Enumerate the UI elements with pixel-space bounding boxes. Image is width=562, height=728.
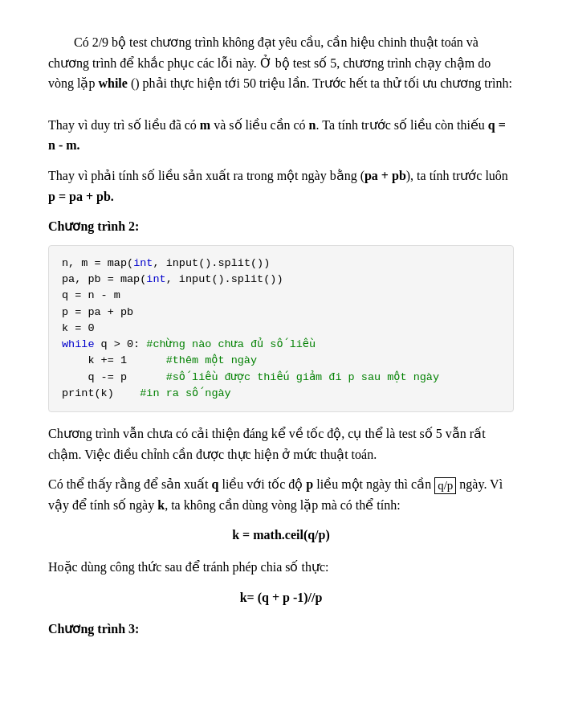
code-kw-int2: int xyxy=(146,273,165,285)
code-fn-input1: input xyxy=(166,257,199,269)
formula-1: k = math.ceil(q/p) xyxy=(48,525,514,546)
code-line-8: q -= p #số liều được thiếu giảm đi p sau… xyxy=(62,370,500,386)
para1-while: while xyxy=(98,76,127,90)
para2-n: n xyxy=(309,118,316,132)
section-title-2: Chương trình 2: xyxy=(48,216,514,237)
para1-end: () phải thực hiện tới 50 triệu lần. Trướ… xyxy=(131,76,512,90)
para3-papb: pa + pb xyxy=(364,169,406,182)
code-line-3: q = n - m xyxy=(62,288,500,304)
para3-start: Thay vì phải tính số liều sản xuất ra tr… xyxy=(48,169,364,182)
code-comment-2: #thêm một ngày xyxy=(166,354,257,366)
para2-q: q xyxy=(488,118,495,132)
code-fn-print: print xyxy=(62,387,95,399)
code-line-1: n, m = map(int, input().split()) xyxy=(62,256,500,272)
paragraph-5: Có thể thấy rằng để sản xuất q liều với … xyxy=(48,474,514,515)
code-line-4: p = pa + pb xyxy=(62,305,500,321)
code-fn-map: map xyxy=(108,257,127,269)
paragraph-6: Hoặc dùng công thức sau để tránh phép ch… xyxy=(48,557,514,578)
para3-p: p xyxy=(48,190,55,203)
para3-mid: ), ta tính trước luôn xyxy=(406,169,508,182)
code-line-9: print(k) #in ra số ngày xyxy=(62,386,500,402)
code-kw-while: while xyxy=(62,338,95,350)
para2-mid2: . Ta tính trước số liều còn thiếu xyxy=(316,118,488,132)
code-fn-input2: input xyxy=(179,273,212,285)
code-comment-3: #số liều được thiếu giảm đi p sau một ng… xyxy=(166,371,439,383)
section-title-3: Chương trình 3: xyxy=(48,619,514,640)
para5-p: p xyxy=(306,477,313,491)
code-line-2: pa, pb = map(int, input().split()) xyxy=(62,272,500,288)
para2-m: m xyxy=(200,118,210,132)
para3-formula: = pa + pb. xyxy=(59,190,114,203)
code-line-6: while q > 0: #chừng nào chưa đủ số liều xyxy=(62,337,500,353)
code-block: n, m = map(int, input().split()) pa, pb … xyxy=(48,245,514,412)
fraction-box: q/p xyxy=(434,477,456,495)
paragraph-2: Thay vì duy trì số liều đã có m và số li… xyxy=(48,115,514,156)
while-keyword: while xyxy=(98,76,127,90)
code-fn-map2: map xyxy=(120,273,140,285)
para2-mid: và số liều cần có xyxy=(210,118,308,132)
formula-2: k= (q + p -1)//p xyxy=(48,587,514,608)
code-comment-4: #in ra số ngày xyxy=(140,387,230,399)
para5-k: k xyxy=(157,498,165,512)
para5-mid2: liều một ngày thì cần xyxy=(313,477,434,491)
code-line-7: k += 1 #thêm một ngày xyxy=(62,353,500,369)
para5-start: Có thể thấy rằng để sản xuất xyxy=(48,477,212,491)
paragraph-4: Chương trình vẫn chưa có cải thiện đáng … xyxy=(48,423,514,464)
paragraph-1: Có 2/9 bộ test chương trình không đạt yê… xyxy=(48,32,514,94)
spacer-1 xyxy=(48,104,514,115)
para5-end2: , ta không cần dùng vòng lặp mà có thể t… xyxy=(165,498,401,512)
para2-start: Thay vì duy trì số liều đã có xyxy=(48,118,200,132)
code-line-5: k = 0 xyxy=(62,321,500,337)
paragraph-3: Thay vì phải tính số liều sản xuất ra tr… xyxy=(48,166,514,207)
code-var: n, m = xyxy=(62,257,108,269)
code-kw-int1: int xyxy=(133,257,153,269)
code-comment-1: #chừng nào chưa đủ số liều xyxy=(146,338,316,350)
para5-mid: liều với tốc độ xyxy=(218,477,306,491)
